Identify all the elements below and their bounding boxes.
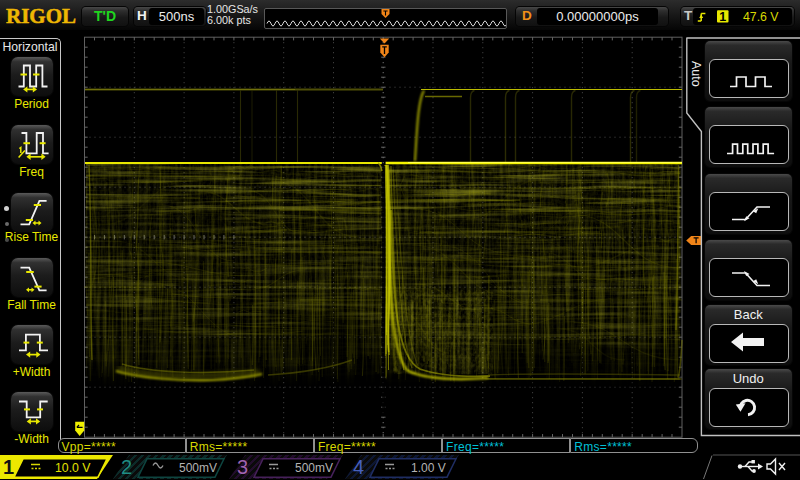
svg-text:10.0 V: 10.0 V: [55, 461, 91, 475]
svg-text:500mV: 500mV: [295, 461, 333, 475]
svg-text:500mV: 500mV: [179, 461, 217, 475]
svg-text:1.00 V: 1.00 V: [411, 461, 446, 475]
